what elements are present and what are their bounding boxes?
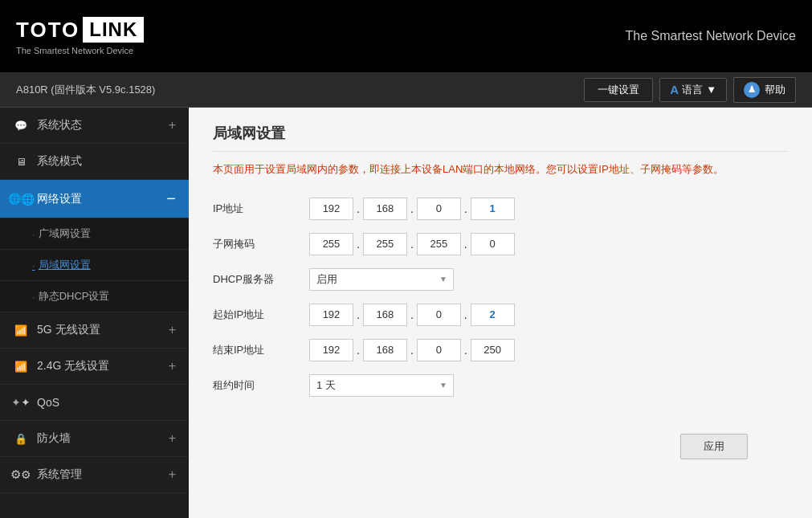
end-ip-row: 结束IP地址 . . .: [213, 339, 788, 361]
dhcp-server-label: DHCP服务器: [213, 272, 309, 287]
logo-link: LINK: [83, 17, 144, 43]
dhcp-server-field: 启用 禁用 ▼: [309, 268, 454, 291]
content-area: 局域网设置 本页面用于设置局域网内的参数，即连接上本设备LAN端口的本地网络。您…: [189, 108, 812, 518]
help-button[interactable]: ♟ 帮助: [733, 77, 796, 103]
header-slogan: The Smartest Network Device: [625, 29, 796, 43]
start-oct3-input[interactable]: [417, 304, 461, 326]
start-oct1-input[interactable]: [309, 304, 353, 326]
ip-address-label: IP地址: [213, 202, 309, 216]
mask-oct4-input[interactable]: [471, 233, 515, 255]
start-oct4-input[interactable]: [471, 304, 515, 326]
start-oct2-input[interactable]: [363, 304, 407, 326]
end-ip-label: 结束IP地址: [213, 343, 309, 357]
sidebar-item-network[interactable]: 🌐 网络设置 −: [0, 180, 189, 218]
logo-box: TOTO LINK: [16, 17, 144, 43]
ip-address-row: IP地址 . . .: [213, 198, 788, 220]
end-oct3-input[interactable]: [417, 339, 461, 361]
apply-button[interactable]: 应用: [680, 434, 748, 459]
mask-oct3-input[interactable]: [417, 233, 461, 255]
subheader-buttons: 一键设置 A 语言 ▼ ♟ 帮助: [584, 77, 796, 103]
help-icon: ♟: [744, 82, 760, 98]
dhcp-select-wrap: 启用 禁用 ▼: [309, 268, 454, 291]
end-oct4-input[interactable]: [471, 339, 515, 361]
subheader: A810R (固件版本 V5.9c.1528) 一键设置 A 语言 ▼ ♟ 帮助: [0, 72, 812, 108]
start-ip-field: . . .: [309, 304, 515, 326]
lease-select-wrap: 1 天 半天 1小时 ▼: [309, 374, 454, 397]
wifi5g-icon: [13, 322, 29, 338]
status-expand-icon: +: [169, 118, 176, 133]
mask-oct1-input[interactable]: [309, 233, 353, 255]
network-collapse-icon: −: [166, 190, 176, 208]
page-title: 局域网设置: [213, 124, 788, 152]
quickset-button[interactable]: 一键设置: [584, 78, 653, 102]
logo-tagline: The Smartest Network Device: [16, 46, 133, 55]
sidebar-subitem-dhcp[interactable]: 静态DHCP设置: [0, 281, 189, 312]
subnet-mask-field: . . .: [309, 233, 515, 255]
sidebar-label-status: 系统状态: [37, 118, 82, 133]
lease-time-label: 租约时间: [213, 378, 309, 393]
sidebar-subitem-lan[interactable]: 局域网设置: [0, 250, 189, 281]
mask-oct2-input[interactable]: [363, 233, 407, 255]
lease-time-row: 租约时间 1 天 半天 1小时 ▼: [213, 374, 788, 397]
dhcp-server-select[interactable]: 启用 禁用: [309, 268, 454, 291]
end-oct2-input[interactable]: [363, 339, 407, 361]
sidebar-label-sysadmin: 系统管理: [37, 467, 82, 482]
sidebar-item-status[interactable]: 系统状态 +: [0, 108, 189, 144]
lan-label: 局域网设置: [39, 258, 91, 272]
sidebar-item-wifi24g[interactable]: 2.4G 无线设置 +: [0, 349, 189, 385]
main-layout: 系统状态 + 系统模式 🌐 网络设置 − 广域网设置 局域网设置 静: [0, 108, 812, 518]
ip-address-field: . . .: [309, 198, 515, 220]
sidebar-label-firewall: 防火墙: [37, 431, 71, 446]
sidebar-label-wifi24g: 2.4G 无线设置: [37, 359, 109, 373]
page-description: 本页面用于设置局域网内的参数，即连接上本设备LAN端口的本地网络。您可以设置IP…: [213, 161, 788, 178]
wifi24g-icon: [13, 358, 29, 374]
subnet-mask-row: 子网掩码 . . .: [213, 233, 788, 255]
sidebar-label-qos: QoS: [37, 396, 59, 409]
wifi5g-expand-icon: +: [169, 323, 176, 337]
sidebar-item-qos[interactable]: ✦ QoS: [0, 385, 189, 421]
subnet-mask-label: 子网掩码: [213, 237, 309, 251]
sidebar-label-network: 网络设置: [37, 192, 82, 206]
wan-label: 广域网设置: [39, 226, 91, 241]
start-ip-row: 起始IP地址 . . .: [213, 304, 788, 326]
lang-dropdown-arrow: ▼: [706, 84, 716, 96]
device-info: A810R (固件版本 V5.9c.1528): [16, 83, 155, 97]
end-oct1-input[interactable]: [309, 339, 353, 361]
network-icon: 🌐: [13, 191, 29, 207]
lang-label: 语言: [682, 83, 703, 97]
firewall-expand-icon: +: [169, 431, 176, 446]
sidebar-label-wifi5g: 5G 无线设置: [37, 323, 100, 337]
end-ip-field: . . .: [309, 339, 515, 361]
ip-oct4-input[interactable]: [471, 198, 515, 220]
mode-icon: [13, 153, 29, 169]
dhcp-label: 静态DHCP设置: [39, 289, 110, 304]
lease-time-field: 1 天 半天 1小时 ▼: [309, 374, 454, 397]
lang-icon: A: [670, 83, 679, 96]
sidebar-subitem-wan[interactable]: 广域网设置: [0, 218, 189, 250]
sidebar-item-sysadmin[interactable]: ⚙ 系统管理 +: [0, 457, 189, 493]
ip-oct3-input[interactable]: [417, 198, 461, 220]
ip-oct2-input[interactable]: [363, 198, 407, 220]
wifi24g-expand-icon: +: [169, 359, 176, 373]
start-ip-label: 起始IP地址: [213, 308, 309, 322]
firewall-icon: [13, 430, 29, 447]
logo-area: TOTO LINK The Smartest Network Device: [16, 17, 144, 55]
lease-time-select[interactable]: 1 天 半天 1小时: [309, 374, 454, 397]
language-button[interactable]: A 语言 ▼: [659, 78, 727, 102]
form-actions: 应用: [213, 410, 788, 426]
help-label: 帮助: [765, 83, 785, 97]
sidebar-label-mode: 系统模式: [37, 154, 82, 169]
logo-toto: TOTO: [16, 18, 80, 43]
sidebar: 系统状态 + 系统模式 🌐 网络设置 − 广域网设置 局域网设置 静: [0, 108, 189, 518]
qos-icon: ✦: [13, 394, 29, 410]
sysadmin-icon: ⚙: [13, 467, 29, 483]
sysadmin-expand-icon: +: [169, 467, 176, 482]
dhcp-server-row: DHCP服务器 启用 禁用 ▼: [213, 268, 788, 291]
sidebar-item-firewall[interactable]: 防火墙 +: [0, 421, 189, 457]
sidebar-item-mode[interactable]: 系统模式: [0, 144, 189, 180]
header: TOTO LINK The Smartest Network Device Th…: [0, 0, 812, 72]
status-icon: [13, 117, 29, 133]
sidebar-item-wifi5g[interactable]: 5G 无线设置 +: [0, 312, 189, 349]
ip-oct1-input[interactable]: [309, 198, 353, 220]
